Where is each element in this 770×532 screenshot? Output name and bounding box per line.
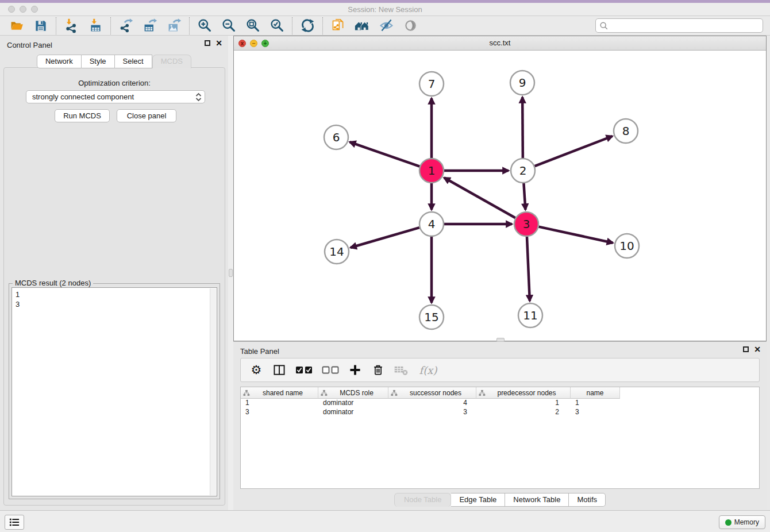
network-view-window: x – + scc.txt 7968124314101511 <box>233 36 767 341</box>
network-window-titlebar[interactable]: x – + scc.txt <box>234 36 766 51</box>
checked-boxes-icon <box>295 365 313 375</box>
edge-2-8[interactable] <box>535 136 613 166</box>
splitter-grip[interactable] <box>229 269 233 277</box>
table-header-row: shared name MCDS role successor nodes pr… <box>241 387 759 399</box>
mcds-result-box[interactable]: 1 3 <box>11 287 217 496</box>
list-icon <box>9 517 20 527</box>
column-header-shared-name[interactable]: shared name <box>241 387 318 399</box>
refresh-icon <box>300 18 315 33</box>
column-header-mcds-role[interactable]: MCDS role <box>318 387 388 399</box>
cell-mcds-role[interactable]: dominator <box>318 399 388 408</box>
close-panel-button[interactable]: Close panel <box>117 109 176 122</box>
select-all-button[interactable] <box>295 363 313 377</box>
zoom-out-button[interactable] <box>217 17 241 34</box>
edge-3-11[interactable] <box>527 237 530 301</box>
node-label-9: 9 <box>519 76 526 90</box>
export-image-icon <box>167 18 182 33</box>
tab-mcds[interactable]: MCDS <box>152 55 191 68</box>
import-network-button[interactable] <box>59 17 83 34</box>
close-table-panel-icon[interactable]: ✕ <box>754 346 761 352</box>
cell-name[interactable]: 1 <box>571 399 620 408</box>
float-panel-icon[interactable] <box>205 40 210 46</box>
header-filler <box>620 387 759 399</box>
search-field[interactable] <box>595 18 763 33</box>
float-table-panel-icon[interactable] <box>743 346 749 352</box>
node-table[interactable]: shared name MCDS role successor nodes pr… <box>240 387 760 489</box>
cell-predecessor-nodes[interactable]: 1 <box>476 399 571 408</box>
criterion-dropdown[interactable]: strongly connected component <box>26 90 205 103</box>
app-title: Session: New Session <box>0 5 770 14</box>
edge-3-1[interactable] <box>444 178 515 218</box>
network-canvas[interactable]: 7968124314101511 <box>234 51 766 341</box>
node-label-2: 2 <box>519 164 527 178</box>
tab-style[interactable]: Style <box>82 55 115 68</box>
open-session-button[interactable] <box>5 17 29 34</box>
toggle-column-view-button[interactable] <box>272 363 287 377</box>
run-mcds-button[interactable]: Run MCDS <box>55 109 110 122</box>
toolbar-separator <box>322 17 323 34</box>
import-table-button[interactable] <box>83 17 107 34</box>
network-graph[interactable]: 7968124314101511 <box>234 51 766 341</box>
search-input[interactable] <box>609 21 759 30</box>
cell-name[interactable]: 3 <box>571 408 620 417</box>
search-icon <box>599 21 609 30</box>
cell-mcds-role[interactable]: dominator <box>318 408 388 417</box>
edge-2-9[interactable] <box>522 97 523 158</box>
hierarchy-icon <box>479 390 486 396</box>
export-table-icon <box>143 18 158 33</box>
zoom-in-button[interactable] <box>192 17 217 34</box>
first-neighbors-button[interactable] <box>350 17 374 34</box>
edge-2-3[interactable] <box>523 183 525 210</box>
zoom-selected-button[interactable] <box>265 17 289 34</box>
column-header-predecessor-nodes[interactable]: predecessor nodes <box>476 387 571 399</box>
delete-table-button[interactable] <box>394 363 409 377</box>
cell-shared-name[interactable]: 3 <box>241 408 318 417</box>
horizontal-splitter-grip[interactable] <box>496 338 505 342</box>
export-table-button[interactable] <box>138 17 162 34</box>
export-image-button[interactable] <box>162 17 186 34</box>
cell-shared-name[interactable]: 1 <box>241 399 318 408</box>
save-session-button[interactable] <box>29 17 53 34</box>
function-builder-button[interactable]: f(x) <box>417 363 440 377</box>
table-row[interactable]: 1 dominator 4 1 1 <box>241 399 759 408</box>
tab-motifs[interactable]: Motifs <box>569 493 606 507</box>
result-scrollbar[interactable] <box>210 288 216 495</box>
edge-1-6[interactable] <box>350 142 420 166</box>
table-settings-button[interactable]: ⚙ <box>249 363 264 377</box>
close-panel-icon[interactable]: ✕ <box>215 40 222 46</box>
tab-network-table[interactable]: Network Table <box>505 493 569 507</box>
tab-edge-table[interactable]: Edge Table <box>451 493 505 507</box>
tab-node-table[interactable]: Node Table <box>394 493 452 507</box>
memory-button[interactable]: Memory <box>719 515 765 529</box>
zoom-fit-icon <box>245 18 261 33</box>
edge-4-14[interactable] <box>351 228 419 248</box>
cell-successor-nodes[interactable]: 3 <box>388 408 476 417</box>
vertical-splitter[interactable] <box>228 36 233 510</box>
main-toolbar <box>0 16 770 36</box>
deselect-all-button[interactable] <box>321 363 340 377</box>
hierarchy-icon <box>391 390 398 396</box>
mcds-panel: Optimization criterion: strongly connect… <box>3 67 225 506</box>
mcds-result-text: 1 3 <box>16 290 20 309</box>
tab-network[interactable]: Network <box>37 55 82 68</box>
cell-predecessor-nodes[interactable]: 2 <box>476 408 571 417</box>
toolbar-separator <box>56 17 56 34</box>
delete-row-button[interactable] <box>371 363 386 377</box>
table-row[interactable]: 3 dominator 3 2 3 <box>241 408 759 417</box>
hide-selected-button[interactable] <box>374 17 398 34</box>
refresh-button[interactable] <box>295 17 319 34</box>
edge-3-10[interactable] <box>538 227 613 243</box>
mcds-result-title: MCDS result (2 nodes) <box>13 279 93 287</box>
column-header-successor-nodes[interactable]: successor nodes <box>388 387 476 399</box>
column-header-name[interactable]: name <box>571 387 620 399</box>
zoom-fit-button[interactable] <box>241 17 265 34</box>
save-floppy-icon <box>33 18 48 33</box>
add-row-button[interactable] <box>348 363 363 377</box>
new-network-from-selection-button[interactable] <box>326 17 350 34</box>
show-all-button[interactable] <box>398 17 422 34</box>
tab-select[interactable]: Select <box>115 55 152 68</box>
task-history-button[interactable] <box>5 515 24 530</box>
cell-successor-nodes[interactable]: 4 <box>388 399 476 408</box>
export-network-button[interactable] <box>114 17 138 34</box>
status-bar: Memory <box>0 510 770 532</box>
